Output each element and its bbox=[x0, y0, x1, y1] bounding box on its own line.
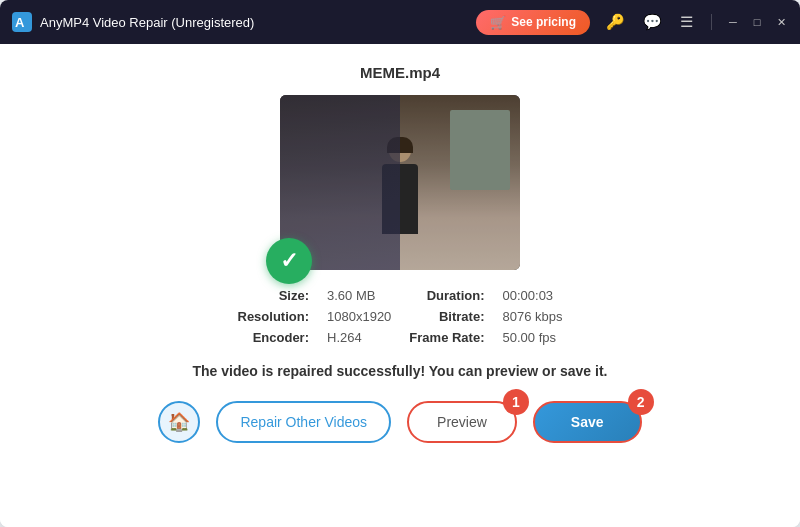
bitrate-value: 8076 kbps bbox=[502, 309, 562, 324]
repair-other-button[interactable]: Repair Other Videos bbox=[216, 401, 391, 443]
minimize-button[interactable]: ─ bbox=[726, 15, 740, 29]
key-icon[interactable]: 🔑 bbox=[602, 11, 629, 33]
scene-overlay bbox=[280, 95, 520, 270]
save-number-badge: 2 bbox=[628, 389, 654, 415]
success-message: The video is repaired successfully! You … bbox=[193, 363, 608, 379]
preview-btn-wrapper: 1 Preview bbox=[407, 401, 517, 443]
encoder-label: Encoder: bbox=[238, 330, 310, 345]
actions-bar: 🏠 Repair Other Videos 1 Preview 2 Save bbox=[158, 401, 641, 443]
bitrate-label: Bitrate: bbox=[409, 309, 484, 324]
duration-label: Duration: bbox=[409, 288, 484, 303]
size-label: Size: bbox=[238, 288, 310, 303]
main-content: MEME.mp4 ✓ bbox=[0, 44, 800, 527]
see-pricing-button[interactable]: 🛒 See pricing bbox=[476, 10, 590, 35]
preview-button[interactable]: Preview bbox=[407, 401, 517, 443]
chat-icon[interactable]: 💬 bbox=[639, 11, 666, 33]
video-preview bbox=[280, 95, 520, 270]
save-button[interactable]: Save bbox=[533, 401, 642, 443]
encoder-value: H.264 bbox=[327, 330, 391, 345]
duration-value: 00:00:03 bbox=[502, 288, 562, 303]
size-value: 3.60 MB bbox=[327, 288, 391, 303]
video-scene bbox=[280, 95, 520, 270]
close-button[interactable]: ✕ bbox=[774, 15, 788, 29]
framerate-value: 50.00 fps bbox=[502, 330, 562, 345]
resolution-value: 1080x1920 bbox=[327, 309, 391, 324]
cart-icon: 🛒 bbox=[490, 15, 506, 30]
video-preview-container: ✓ bbox=[280, 95, 520, 270]
resolution-label: Resolution: bbox=[238, 309, 310, 324]
main-window: A AnyMP4 Video Repair (Unregistered) 🛒 S… bbox=[0, 0, 800, 527]
maximize-button[interactable]: □ bbox=[750, 15, 764, 29]
separator bbox=[711, 14, 712, 30]
app-logo: A bbox=[12, 12, 32, 32]
file-info-table: Size: 3.60 MB Duration: 00:00:03 Resolut… bbox=[238, 288, 563, 345]
home-button[interactable]: 🏠 bbox=[158, 401, 200, 443]
video-filename: MEME.mp4 bbox=[360, 64, 440, 81]
app-title: AnyMP4 Video Repair (Unregistered) bbox=[40, 15, 476, 30]
preview-number-badge: 1 bbox=[503, 389, 529, 415]
titlebar-actions: 🔑 💬 ☰ ─ □ ✕ bbox=[602, 11, 788, 33]
svg-text:A: A bbox=[15, 15, 25, 30]
repair-success-badge: ✓ bbox=[266, 238, 312, 284]
save-btn-wrapper: 2 Save bbox=[533, 401, 642, 443]
framerate-label: Frame Rate: bbox=[409, 330, 484, 345]
titlebar: A AnyMP4 Video Repair (Unregistered) 🛒 S… bbox=[0, 0, 800, 44]
menu-icon[interactable]: ☰ bbox=[676, 11, 697, 33]
